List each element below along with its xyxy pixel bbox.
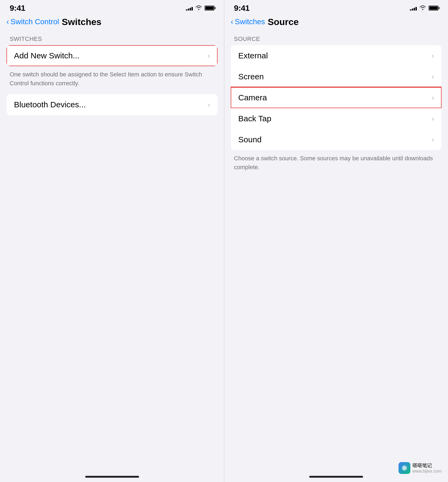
switches-list: Add New Switch... ›: [6, 45, 218, 66]
right-signal-bars: [410, 6, 417, 10]
screen-item[interactable]: Screen ›: [231, 66, 442, 87]
bluetooth-devices-label: Bluetooth Devices...: [14, 100, 86, 109]
right-wifi-icon: [419, 5, 426, 11]
right-status-bar: 9:41: [224, 0, 448, 15]
left-battery-icon: [205, 6, 214, 10]
right-battery-fill: [429, 6, 438, 10]
left-battery-fill: [205, 6, 214, 10]
bluetooth-devices-item[interactable]: Bluetooth Devices... ›: [6, 94, 218, 115]
left-section-label: SWITCHES: [0, 31, 224, 45]
screen-label: Screen: [238, 72, 264, 81]
left-phone-panel: 9:41 ‹ Switch Control: [0, 0, 224, 482]
left-back-label[interactable]: Switch Control: [10, 17, 59, 26]
left-status-icons: [186, 5, 214, 11]
right-status-time: 9:41: [234, 3, 250, 13]
sound-chevron-icon: ›: [432, 136, 434, 144]
left-nav-header: ‹ Switch Control Switches: [0, 15, 224, 31]
signal-bar-1: [186, 9, 187, 10]
watermark-app-name: 嗒嗒笔记: [413, 462, 442, 469]
screen-chevron-icon: ›: [432, 73, 434, 81]
camera-chevron-icon: ›: [432, 94, 434, 102]
right-phone-panel: 9:41 ‹ Switches: [224, 0, 448, 482]
sound-item[interactable]: Sound ›: [231, 129, 442, 150]
watermark-text-block: 嗒嗒笔记 www.bijixx.com: [413, 462, 442, 474]
left-home-indicator: [85, 476, 139, 478]
add-new-switch-item[interactable]: Add New Switch... ›: [6, 45, 218, 66]
signal-bar-3: [190, 8, 191, 10]
external-item[interactable]: External ›: [231, 45, 442, 66]
sound-label: Sound: [238, 135, 262, 144]
bluetooth-chevron-icon: ›: [208, 101, 210, 109]
source-list: External › Screen › Camera › Back Tap › …: [231, 45, 442, 150]
left-status-time: 9:41: [10, 3, 25, 13]
left-status-bar: 9:41: [0, 0, 224, 15]
add-new-switch-label: Add New Switch...: [14, 51, 79, 60]
signal-bar-r2: [412, 9, 413, 10]
camera-label: Camera: [238, 93, 267, 102]
camera-item[interactable]: Camera ›: [231, 87, 442, 108]
right-back-chevron-icon: ‹: [231, 17, 233, 26]
left-wifi-icon: [195, 5, 202, 11]
watermark-logo-icon: [399, 462, 410, 474]
left-signal-bars: [186, 6, 193, 10]
watermark: 嗒嗒笔记 www.bijixx.com: [399, 462, 442, 474]
signal-bar-4: [191, 7, 193, 10]
signal-bar-r3: [414, 8, 415, 10]
left-nav-title: Switches: [62, 17, 101, 27]
right-home-indicator: [309, 476, 363, 478]
signal-bar-r4: [415, 7, 417, 10]
signal-bar-r1: [410, 9, 411, 10]
right-back-button[interactable]: ‹ Switches: [231, 17, 265, 26]
right-back-label[interactable]: Switches: [235, 17, 265, 26]
add-new-switch-chevron-icon: ›: [208, 52, 210, 60]
watermark-url: www.bijixx.com: [413, 469, 442, 474]
back-tap-item[interactable]: Back Tap ›: [231, 108, 442, 129]
left-back-button[interactable]: ‹ Switch Control: [6, 17, 59, 26]
right-nav-title: Source: [268, 17, 298, 27]
back-tap-chevron-icon: ›: [432, 115, 434, 123]
right-section-label: SOURCE: [224, 31, 448, 45]
external-label: External: [238, 51, 268, 60]
right-nav-header: ‹ Switches Source: [224, 15, 448, 31]
external-chevron-icon: ›: [432, 52, 434, 60]
right-battery-icon: [429, 6, 438, 10]
right-status-icons: [410, 5, 438, 11]
left-back-chevron-icon: ‹: [6, 17, 9, 26]
switches-helper-text: One switch should be assigned to the Sel…: [0, 66, 224, 88]
bluetooth-section: Bluetooth Devices... ›: [6, 94, 218, 115]
source-helper-text: Choose a switch source. Some sources may…: [224, 150, 448, 172]
back-tap-label: Back Tap: [238, 114, 271, 123]
signal-bar-2: [188, 9, 189, 10]
